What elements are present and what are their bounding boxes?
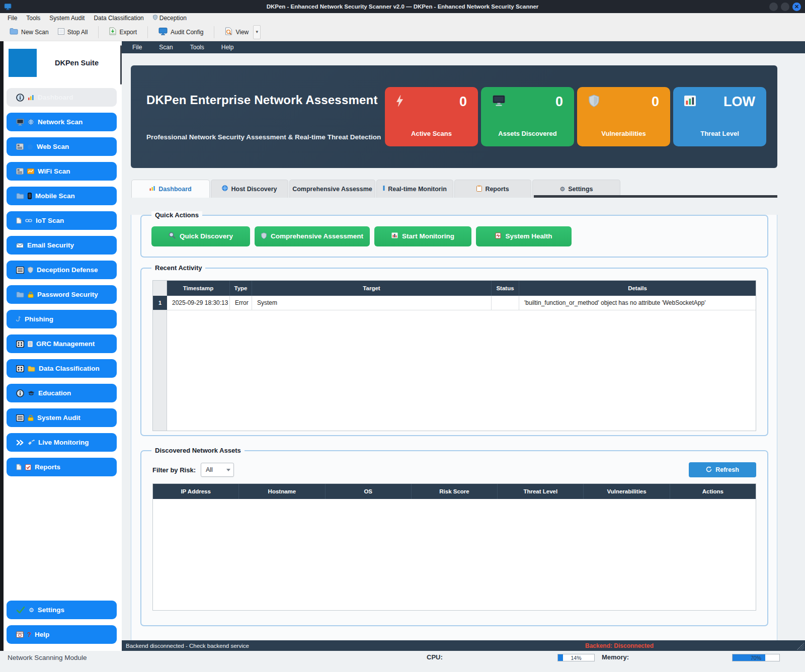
tab-realtime-monitoring[interactable]: Real-time Monitorin bbox=[376, 180, 453, 198]
menu-bar: File Tools System Audit Data Classificat… bbox=[0, 13, 805, 23]
sidebar-item-password-security[interactable]: Password Security bbox=[7, 285, 117, 304]
audit-config-button[interactable]: Audit Config bbox=[154, 26, 208, 39]
sidebar-item-dashboard[interactable]: Dashboard bbox=[7, 88, 117, 107]
col-type[interactable]: Type bbox=[230, 281, 252, 296]
sidebar-item-system-audit[interactable]: System Audit bbox=[7, 408, 117, 427]
sidebar-item-grc-management[interactable]: GRC Management bbox=[7, 334, 117, 353]
cell-type: Error bbox=[230, 296, 252, 310]
sidebar-item-phishing[interactable]: Phishing bbox=[7, 310, 117, 328]
tab-comprehensive-assessment[interactable]: Comprehensive Assessme bbox=[289, 180, 375, 198]
sidebar-item-education[interactable]: Education bbox=[7, 384, 117, 402]
sidebar-item-mobile-scan[interactable]: Mobile Scan bbox=[7, 187, 117, 205]
bar-chart-icon bbox=[149, 186, 155, 193]
table-corner bbox=[153, 281, 167, 296]
checkbox-icon bbox=[58, 28, 64, 36]
chart-icon bbox=[391, 232, 398, 240]
desktop-edge-strip bbox=[0, 41, 4, 651]
export-button[interactable]: Export bbox=[105, 25, 141, 39]
comprehensive-assessment-button[interactable]: Comprehensive Assessment bbox=[255, 226, 370, 246]
shield-icon bbox=[261, 232, 267, 240]
col-threat-level[interactable]: Threat Level bbox=[498, 484, 584, 499]
menu-deception[interactable]: Deception bbox=[148, 13, 191, 23]
grid-icon bbox=[16, 365, 24, 372]
quick-discovery-button[interactable]: Quick Discovery bbox=[151, 226, 250, 246]
minimize-button[interactable] bbox=[769, 3, 778, 11]
col-details[interactable]: Details bbox=[519, 281, 756, 296]
phone-icon bbox=[28, 193, 32, 199]
refresh-button[interactable]: Refresh bbox=[689, 462, 756, 477]
chart-icon bbox=[684, 96, 696, 108]
close-button[interactable]: ✕ bbox=[792, 3, 801, 11]
maximize-button[interactable] bbox=[781, 3, 789, 11]
sidebar-item-web-scan[interactable]: Web Scan bbox=[7, 137, 117, 156]
sidebar-scrollbar[interactable] bbox=[120, 45, 122, 85]
sidebar-item-settings[interactable]: ⚙ Settings bbox=[7, 601, 117, 619]
tab-pane-edge bbox=[534, 195, 777, 198]
recent-activity-header: Timestamp Type Target Status Details bbox=[153, 281, 756, 296]
col-actions[interactable]: Actions bbox=[670, 484, 756, 499]
system-health-button[interactable]: System Health bbox=[476, 226, 572, 246]
table-row[interactable]: 1 2025-09-29 18:30:13 Error System 'buil… bbox=[153, 296, 756, 310]
check-green-icon bbox=[16, 606, 25, 614]
sidebar-item-network-scan[interactable]: Network Scan bbox=[7, 113, 117, 131]
inner-menu-tools[interactable]: Tools bbox=[182, 44, 213, 51]
col-timestamp[interactable]: Timestamp bbox=[167, 281, 230, 296]
resize-grip[interactable] bbox=[797, 643, 804, 650]
status-bar: Backend disconnected - Check backend ser… bbox=[122, 640, 805, 651]
stop-all-button[interactable]: Stop All bbox=[53, 26, 93, 38]
folder-icon bbox=[10, 28, 18, 36]
menu-data-classification[interactable]: Data Classification bbox=[89, 13, 148, 23]
col-ip-address[interactable]: IP Address bbox=[153, 484, 239, 499]
col-os[interactable]: OS bbox=[326, 484, 412, 499]
start-monitoring-button[interactable]: Start Monitoring bbox=[374, 226, 471, 246]
globe-icon bbox=[222, 185, 228, 193]
col-risk-score[interactable]: Risk Score bbox=[412, 484, 498, 499]
graduation-cap-icon bbox=[28, 391, 35, 396]
notepad-icon bbox=[16, 414, 24, 422]
clipboard-icon bbox=[476, 185, 482, 193]
chevron-down-icon bbox=[226, 469, 230, 471]
sidebar-item-deception-defense[interactable]: Deception Defense bbox=[7, 261, 117, 279]
inner-menu-help[interactable]: Help bbox=[213, 44, 243, 51]
sidebar-item-data-classification[interactable]: Data Classification bbox=[7, 359, 117, 378]
sidebar-item-iot-scan[interactable]: IoT Scan bbox=[7, 211, 117, 230]
bottom-bar: Network Scanning Module CPU: 14% Memory:… bbox=[0, 651, 805, 672]
content-area: DKPen Enterprise Network Assessment Prof… bbox=[122, 53, 805, 640]
sidebar-item-email-security[interactable]: Email Security bbox=[7, 236, 117, 255]
discovered-assets-table[interactable]: IP Address Hostname OS Risk Score Threat… bbox=[152, 483, 756, 611]
col-vulnerabilities[interactable]: Vulnerabilities bbox=[584, 484, 670, 499]
lock-icon bbox=[28, 415, 34, 421]
inner-menu-file[interactable]: File bbox=[124, 44, 150, 51]
menu-tools[interactable]: Tools bbox=[22, 13, 45, 23]
new-scan-button[interactable]: New Scan bbox=[5, 26, 53, 38]
col-hostname[interactable]: Hostname bbox=[239, 484, 325, 499]
signal-chart-icon bbox=[27, 169, 34, 174]
tab-dashboard[interactable]: Dashboard bbox=[131, 180, 210, 198]
recent-activity-title: Recent Activity bbox=[151, 264, 205, 272]
tab-bar: Dashboard Host Discovery Comprehensive A… bbox=[131, 180, 777, 198]
sidebar-item-wifi-scan[interactable]: WiFi Scan bbox=[7, 162, 117, 181]
sidebar-item-reports[interactable]: Reports bbox=[7, 458, 117, 476]
risk-filter-dropdown[interactable]: All bbox=[201, 463, 234, 477]
gear-icon: ⚙ bbox=[29, 607, 34, 614]
sidebar-item-help[interactable]: ? Help bbox=[7, 625, 117, 644]
menu-file[interactable]: File bbox=[3, 13, 22, 23]
hero-title: DKPen Enterprise Network Assessment bbox=[146, 93, 385, 107]
link-icon bbox=[25, 218, 32, 223]
col-target[interactable]: Target bbox=[252, 281, 492, 296]
view-dropdown-button[interactable]: ▼ bbox=[253, 25, 261, 39]
assets-table-header: IP Address Hostname OS Risk Score Threat… bbox=[153, 484, 756, 499]
recent-activity-table[interactable]: Timestamp Type Target Status Details 1 2… bbox=[152, 280, 756, 431]
tab-reports[interactable]: Reports bbox=[454, 180, 531, 198]
stat-card-threat-level: LOW Threat Level bbox=[673, 87, 766, 146]
tab-host-discovery[interactable]: Host Discovery bbox=[211, 180, 288, 198]
view-button[interactable]: View bbox=[220, 25, 253, 39]
menu-system-audit[interactable]: System Audit bbox=[45, 13, 89, 23]
cell-target: System bbox=[252, 296, 492, 310]
chevrons-icon bbox=[16, 440, 24, 446]
inner-menu-scan[interactable]: Scan bbox=[150, 44, 181, 51]
quick-actions-group: Quick Actions Quick Discovery Comprehens… bbox=[140, 215, 768, 258]
row-number: 1 bbox=[153, 296, 167, 310]
sidebar-item-live-monitoring[interactable]: Live Monitoring bbox=[7, 433, 117, 452]
col-status[interactable]: Status bbox=[492, 281, 519, 296]
